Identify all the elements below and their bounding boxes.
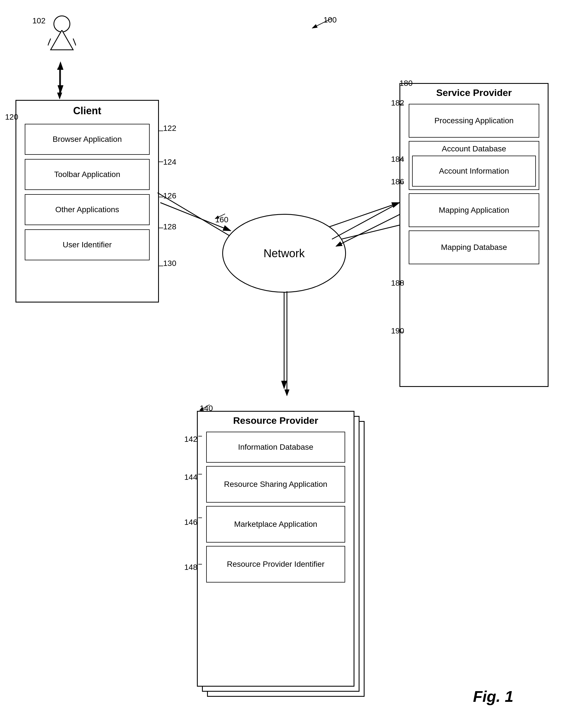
service-provider-box: Service Provider Processing Application …: [399, 83, 549, 387]
marketplace-app-label: Marketplace Application: [234, 519, 317, 529]
mapping-app-label: Mapping Application: [439, 205, 509, 215]
info-db-label: Information Database: [238, 442, 313, 452]
mapping-app-box: Mapping Application: [409, 193, 539, 227]
resource-sharing-app-label: Resource Sharing Application: [224, 479, 327, 489]
rp-ref-lines: [183, 416, 203, 585]
rp-id-label: Resource Provider Identifier: [227, 559, 324, 569]
diagram: 100 102 Client Browser: [0, 0, 564, 728]
network-rp-arrow: [279, 290, 295, 400]
marketplace-app-box: Marketplace Application: [206, 506, 345, 543]
network-label: Network: [264, 246, 305, 261]
account-db-label: Account Database: [412, 144, 536, 156]
svg-line-34: [200, 405, 210, 410]
ref-140-arrow: [197, 402, 211, 414]
sp-ref-lines: [388, 0, 405, 394]
account-db-container: Account Database Account Information: [409, 141, 539, 190]
network-ellipse: Network: [222, 214, 346, 293]
rp-title: Resource Provider: [198, 412, 353, 428]
sp-title: Service Provider: [400, 84, 548, 100]
fig-label: Fig. 1: [473, 687, 513, 705]
ref-160-arrow: [213, 212, 227, 221]
rp-id-box: Resource Provider Identifier: [206, 546, 345, 583]
ref-100-arrow: [304, 14, 337, 31]
mapping-db-label: Mapping Database: [441, 242, 507, 252]
resource-sharing-app-box: Resource Sharing Application: [206, 466, 345, 503]
info-db-box: Information Database: [206, 432, 345, 463]
account-info-box: Account Information: [412, 156, 536, 187]
svg-line-21: [215, 214, 225, 219]
resource-provider-box: Resource Provider Information Database R…: [197, 411, 354, 687]
client-ref-lines: [0, 0, 197, 338]
account-info-label: Account Information: [439, 166, 509, 176]
processing-app-box: Processing Application: [409, 104, 539, 138]
processing-app-label: Processing Application: [434, 116, 514, 126]
svg-line-7: [312, 18, 332, 28]
mapping-db-box: Mapping Database: [409, 230, 539, 264]
